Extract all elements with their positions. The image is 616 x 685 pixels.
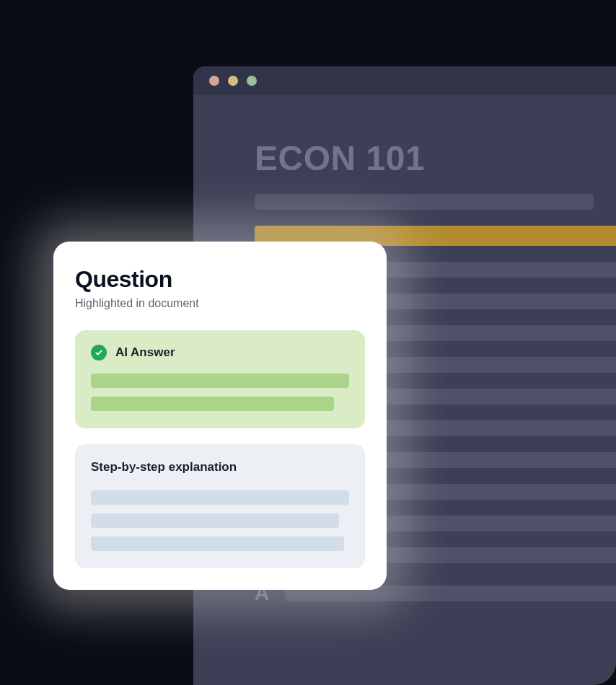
answer-text-line: [91, 397, 334, 411]
question-popup: Question Highlighted in document AI Answ…: [53, 242, 387, 590]
window-titlebar: [193, 66, 616, 95]
explanation-box: Step-by-step explanation: [75, 444, 365, 568]
answer-label: AI Answer: [115, 345, 175, 360]
maximize-dot-icon[interactable]: [247, 76, 257, 86]
ai-answer-box: AI Answer: [75, 330, 365, 428]
popup-title: Question: [75, 266, 365, 293]
answer-header: AI Answer: [91, 345, 349, 361]
explanation-text-line: [91, 513, 339, 528]
answer-text-line: [91, 374, 349, 388]
document-title: ECON 101: [255, 138, 616, 178]
explanation-label: Step-by-step explanation: [91, 460, 349, 474]
explanation-text-line: [91, 490, 349, 505]
minimize-dot-icon[interactable]: [228, 76, 238, 86]
check-icon: [91, 345, 107, 361]
stage: ECON 101 A Question: [0, 0, 616, 685]
explanation-text-line: [91, 536, 344, 551]
close-dot-icon[interactable]: [209, 76, 219, 86]
text-line: [255, 194, 594, 210]
popup-subtitle: Highlighted in document: [75, 297, 365, 310]
